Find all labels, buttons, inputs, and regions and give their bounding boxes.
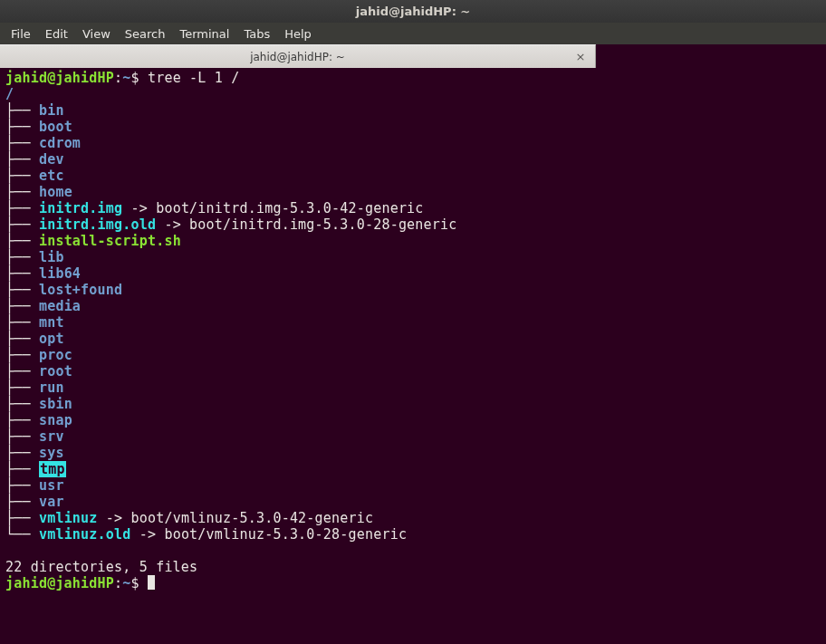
tree-row: ├── usr bbox=[5, 477, 821, 494]
tree-branch-char: ├── bbox=[5, 249, 39, 265]
tree-branch-char: ├── bbox=[5, 396, 39, 412]
menu-help[interactable]: Help bbox=[277, 27, 319, 41]
prompt-at: @ bbox=[47, 70, 55, 86]
prompt-at: @ bbox=[47, 575, 55, 591]
menu-tabs[interactable]: Tabs bbox=[236, 27, 277, 41]
prompt-line: jahid@jahidHP:~$ tree -L 1 / bbox=[5, 70, 821, 86]
prompt-sigil: $ bbox=[130, 575, 147, 591]
tree-summary: 22 directories, 5 files bbox=[5, 559, 821, 575]
link-target: boot/vmlinuz-5.3.0-28-generic bbox=[164, 526, 407, 543]
prompt-colon: : bbox=[114, 575, 122, 591]
prompt-user: jahid bbox=[5, 70, 47, 86]
tree-row: ├── initrd.img -> boot/initrd.img-5.3.0-… bbox=[5, 200, 821, 216]
tree-entry-name: etc bbox=[39, 168, 64, 184]
tree-row: ├── tmp bbox=[5, 461, 821, 477]
terminal-output[interactable]: jahid@jahidHP:~$ tree -L 1 //├── bin├── … bbox=[0, 68, 826, 597]
tree-row: ├── dev bbox=[5, 151, 821, 168]
tree-row: ├── sys bbox=[5, 445, 821, 461]
window-title: jahid@jahidHP: ~ bbox=[356, 5, 471, 18]
link-arrow: -> bbox=[98, 510, 131, 526]
prompt-user: jahid bbox=[5, 575, 47, 591]
link-arrow: -> bbox=[130, 526, 164, 543]
menu-edit[interactable]: Edit bbox=[38, 27, 75, 41]
tree-entry-name: vmlinuz.old bbox=[39, 526, 131, 543]
tab-active[interactable]: jahid@jahidHP: ~ × bbox=[0, 44, 596, 68]
tree-entry-name: media bbox=[39, 298, 81, 314]
tree-row: └── vmlinuz.old -> boot/vmlinuz-5.3.0-28… bbox=[5, 526, 821, 543]
tab-close-button[interactable]: × bbox=[573, 49, 588, 63]
tree-row: ├── cdrom bbox=[5, 135, 821, 151]
link-target: boot/initrd.img-5.3.0-28-generic bbox=[189, 216, 456, 233]
tree-branch-char: ├── bbox=[5, 380, 39, 396]
tree-root: / bbox=[5, 86, 821, 102]
tree-branch-char: ├── bbox=[5, 445, 39, 461]
tree-entry-name: lib64 bbox=[39, 265, 81, 282]
prompt-host: jahidHP bbox=[55, 575, 114, 591]
tree-row: ├── install-script.sh bbox=[5, 233, 821, 249]
tree-row: ├── bin bbox=[5, 102, 821, 119]
tab-label: jahid@jahidHP: ~ bbox=[250, 51, 345, 63]
menu-terminal[interactable]: Terminal bbox=[172, 27, 236, 41]
tree-entry-name: sbin bbox=[39, 396, 72, 412]
tree-row: ├── home bbox=[5, 184, 821, 200]
tree-branch-char: ├── bbox=[5, 331, 39, 347]
tree-entry-name: root bbox=[39, 363, 72, 380]
tree-row: ├── boot bbox=[5, 119, 821, 135]
tree-branch-char: ├── bbox=[5, 347, 39, 363]
tree-root-dir: / bbox=[5, 86, 14, 102]
link-arrow: -> bbox=[122, 200, 156, 216]
tree-row: ├── var bbox=[5, 494, 821, 510]
prompt-colon: : bbox=[114, 70, 122, 86]
menubar: File Edit View Search Terminal Tabs Help bbox=[0, 23, 826, 44]
tree-branch-char: ├── bbox=[5, 314, 39, 331]
tree-branch-char: ├── bbox=[5, 233, 39, 249]
tree-row: ├── etc bbox=[5, 168, 821, 184]
tree-row: ├── lib bbox=[5, 249, 821, 265]
menu-file[interactable]: File bbox=[4, 27, 38, 41]
prompt-host: jahidHP bbox=[55, 70, 114, 86]
tabbar: jahid@jahidHP: ~ × bbox=[0, 44, 826, 68]
cursor bbox=[148, 575, 155, 590]
tree-branch-char: ├── bbox=[5, 282, 39, 298]
tree-branch-char: ├── bbox=[5, 135, 39, 151]
tabbar-remainder bbox=[596, 44, 826, 68]
tree-entry-name: install-script.sh bbox=[39, 233, 181, 249]
tree-entry-name: proc bbox=[39, 347, 72, 363]
tree-row: ├── mnt bbox=[5, 314, 821, 331]
tree-entry-name: vmlinuz bbox=[39, 510, 98, 526]
menu-view[interactable]: View bbox=[75, 27, 118, 41]
tree-branch-char: ├── bbox=[5, 200, 39, 216]
tree-branch-char: ├── bbox=[5, 151, 39, 168]
tree-branch-char: ├── bbox=[5, 477, 39, 494]
tree-branch-char: ├── bbox=[5, 184, 39, 200]
tree-branch-char: ├── bbox=[5, 216, 39, 233]
tree-entry-name: mnt bbox=[39, 314, 64, 331]
tree-branch-char: ├── bbox=[5, 494, 39, 510]
tree-branch-char: ├── bbox=[5, 168, 39, 184]
summary-text: 22 directories, 5 files bbox=[5, 559, 197, 575]
tree-row: ├── lost+found bbox=[5, 282, 821, 298]
tree-entry-name: usr bbox=[39, 477, 64, 494]
tree-entry-name: initrd.img bbox=[39, 200, 122, 216]
command-text: tree -L 1 / bbox=[148, 70, 240, 86]
tree-entry-name: home bbox=[39, 184, 72, 200]
tree-entry-name: cdrom bbox=[39, 135, 81, 151]
tree-entry-name: lib bbox=[39, 249, 64, 265]
link-target: boot/vmlinuz-5.3.0-42-generic bbox=[131, 510, 374, 526]
tree-row: ├── media bbox=[5, 298, 821, 314]
tree-branch-char: ├── bbox=[5, 298, 39, 314]
tree-entry-name: lost+found bbox=[39, 282, 122, 298]
tree-entry-name: bin bbox=[39, 102, 64, 119]
blank-line bbox=[5, 543, 821, 559]
tree-entry-name: boot bbox=[39, 119, 72, 135]
tree-branch-char: ├── bbox=[5, 461, 39, 477]
tree-branch-char: ├── bbox=[5, 412, 39, 428]
link-arrow: -> bbox=[156, 216, 189, 233]
tree-row: ├── run bbox=[5, 380, 821, 396]
tree-row: ├── srv bbox=[5, 428, 821, 445]
menu-search[interactable]: Search bbox=[118, 27, 173, 41]
tree-branch-char: ├── bbox=[5, 363, 39, 380]
tree-entry-name: tmp bbox=[39, 461, 66, 477]
tree-entry-name: sys bbox=[39, 445, 64, 461]
tree-branch-char: ├── bbox=[5, 265, 39, 282]
